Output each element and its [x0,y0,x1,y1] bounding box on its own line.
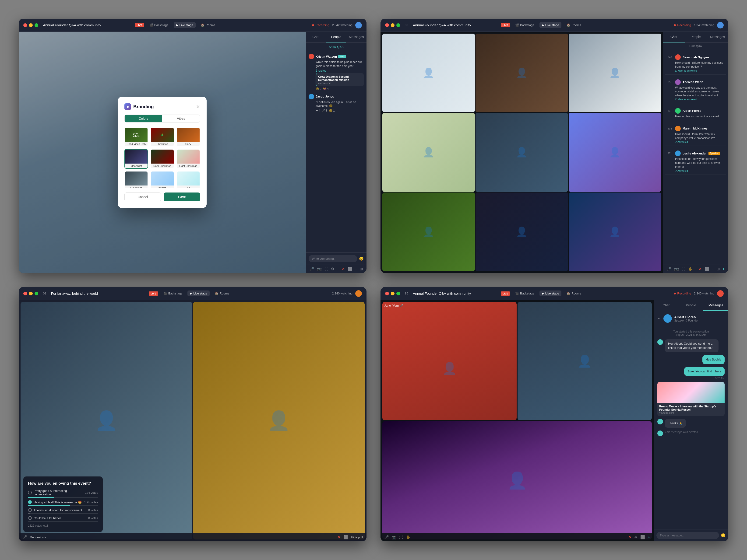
backstage-btn-3[interactable]: 🎬 Backstage [161,291,185,296]
vibes-tab[interactable]: Vibes [162,115,200,122]
mic-icon-3[interactable]: 🎤 [22,535,27,539]
reaction-2[interactable]: 💝 4 [323,87,329,90]
recording-btn-2[interactable]: Recording [674,23,691,27]
user-avatar-4[interactable] [717,290,724,297]
down-icon-1[interactable]: ↓ [355,267,357,271]
hand-icon-4[interactable]: ✋ [406,535,410,539]
tl4-close[interactable] [385,292,389,295]
chat-input-1[interactable] [309,255,357,262]
modal-close-btn[interactable]: ✕ [196,104,200,109]
hand-icon-2[interactable]: ✋ [688,267,693,271]
reaction-4[interactable]: 🎤 8 [322,109,328,112]
save-button[interactable]: Save [164,192,200,202]
theme-cozy[interactable]: Cozy [177,127,200,147]
tab-messages-2[interactable]: Messages [706,32,728,43]
grid-icon-2[interactable]: ⊞ [717,267,720,271]
theme-ice[interactable]: Ice [177,171,200,188]
x-icon-3[interactable]: ✕ [338,535,341,539]
colors-tab[interactable]: Colors [125,115,162,122]
theme-christmas[interactable]: 🎄 Christmas [150,127,174,147]
live-stage-btn-4[interactable]: ▶ Live stage [539,291,561,296]
poll-radio-2[interactable] [28,500,32,504]
tl4-minimize[interactable] [391,292,394,295]
qa-status-2[interactable]: ☐ Mark as answered [668,98,724,101]
plus-icon-4[interactable]: + [648,535,650,539]
camera-icon-2[interactable]: 📷 [674,267,679,271]
mic-icon-2[interactable]: 🎤 [667,267,671,271]
theme-light-christmas[interactable]: Light Christmas [177,149,200,169]
tl4-fullscreen[interactable] [396,292,400,295]
tl-minimize[interactable] [29,23,33,27]
tab-messages-1[interactable]: Messages [346,32,366,43]
chat-replies-1[interactable]: 2 replies [309,69,364,72]
hide-poll-label[interactable]: Hide poll [351,535,363,539]
tl3-close[interactable] [23,292,27,295]
user-avatar-2[interactable] [717,22,724,28]
tab-chat-1[interactable]: Chat [306,32,326,43]
tab-messages-4[interactable]: Messages [703,300,728,311]
recording-btn-1[interactable]: Recording [312,23,329,27]
tab-people-2[interactable]: People [685,32,706,43]
sq-icon-1[interactable]: ⬜ [347,267,352,271]
theme-good-vibes[interactable]: goodvibes Good Vibes Only [124,127,148,147]
user-avatar-1[interactable] [355,22,362,28]
request-mic-label[interactable]: Request mic [30,535,47,539]
tab-people-1[interactable]: People [326,32,346,43]
tl3-fullscreen[interactable] [34,292,38,295]
tl2-fullscreen[interactable] [396,23,400,27]
camera-icon-1[interactable]: 📷 [317,267,322,271]
rooms-btn-2[interactable]: 🏠 Rooms [564,22,583,28]
edit-icon-4[interactable]: ✏ [635,535,638,539]
down-icon-2[interactable]: ↓ [712,267,714,271]
poll-radio-4[interactable] [28,516,32,520]
tab-chat-4[interactable]: Chat [654,300,678,311]
tl3-minimize[interactable] [29,292,33,295]
cancel-button[interactable]: Cancel [124,192,161,202]
sq-icon-2[interactable]: ⬜ [704,267,709,271]
sq-icon-3[interactable]: ⬜ [343,535,348,539]
qa-status-1[interactable]: ☐ Mark as answered [668,70,724,72]
send-icon-1[interactable]: 😊 [359,257,364,261]
tl2-minimize[interactable] [391,23,394,27]
tab-chat-2[interactable]: Chat [663,32,685,43]
poll-radio-1[interactable] [28,491,32,495]
theme-moonlight[interactable]: Moonlight [124,149,148,169]
x-icon-2[interactable]: ✕ [699,267,702,271]
show-qa-btn-1[interactable]: Show Q&A [306,43,366,51]
reaction-5[interactable]: 😊 1 [329,109,335,112]
share-icon-1[interactable]: ⛶ [325,267,328,271]
poll-radio-3[interactable] [28,508,32,512]
settings-icon-1[interactable]: ⚙ [331,267,334,271]
x-icon-4[interactable]: ✕ [629,535,632,539]
reaction-3[interactable]: ❤ 4 [316,109,320,112]
tl-fullscreen[interactable] [34,23,38,27]
share-icon-2[interactable]: ⛶ [681,267,686,271]
backstage-btn-4[interactable]: 🎬 Backstage [513,291,537,296]
user-avatar-3[interactable] [355,290,362,297]
dm-back-btn[interactable]: ← [658,316,661,321]
recording-btn-4[interactable]: Recording [674,292,691,295]
backstage-btn-2[interactable]: 🎬 Backstage [513,22,537,28]
sq-icon-4[interactable]: ⬜ [640,535,645,539]
reaction-1[interactable]: 😂 2 [316,87,321,90]
plus-icon-2[interactable]: + [722,267,725,271]
tab-people-4[interactable]: People [678,300,703,311]
backstage-btn-1[interactable]: 🎬 Backstage [147,22,171,28]
theme-dark-christmas[interactable]: Dark Christmas [150,149,174,169]
dm-input[interactable] [656,532,719,539]
rooms-btn-1[interactable]: 🏠 Rooms [199,22,217,28]
live-stage-btn-1[interactable]: ▶ Live stage [174,22,196,28]
mic-icon-1[interactable]: 🎤 [310,267,314,271]
hide-qa-btn[interactable]: Hide Q&A [663,43,728,50]
x-icon-1[interactable]: ✕ [342,267,345,271]
live-stage-btn-2[interactable]: ▶ Live stage [539,22,561,28]
mic-icon-4[interactable]: 🎤 [384,535,389,539]
tl2-close[interactable] [385,23,389,27]
live-stage-btn-3[interactable]: ▶ Live stage [187,291,209,296]
share-icon-4[interactable]: ⛶ [399,535,403,539]
theme-winter[interactable]: Winter [150,171,174,188]
camera-icon-4[interactable]: 📷 [392,535,396,539]
dm-emoji-icon[interactable]: 😊 [721,533,725,538]
tl-close[interactable] [23,23,27,27]
rooms-btn-3[interactable]: 🏠 Rooms [212,291,232,296]
